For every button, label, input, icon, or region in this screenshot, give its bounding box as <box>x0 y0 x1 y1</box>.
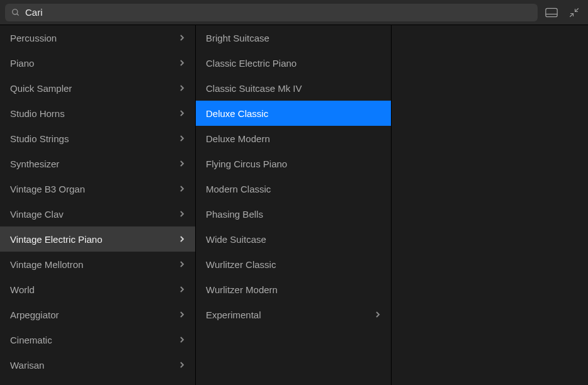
chevron-right-icon <box>179 35 185 41</box>
list-item-label: Phasing Bells <box>206 209 263 220</box>
panel-icon <box>545 8 558 18</box>
category-column-2: Bright SuitcaseClassic Electric PianoCla… <box>196 25 392 385</box>
list-item[interactable]: Classic Electric Piano <box>196 50 391 75</box>
list-item[interactable]: Quick Sampler <box>0 75 195 101</box>
list-item-label: Vintage B3 Organ <box>10 184 85 194</box>
svg-line-4 <box>570 13 573 16</box>
list-item[interactable]: Vintage Clav <box>0 201 195 226</box>
list-item-label: Classic Suitcase Mk IV <box>206 83 302 94</box>
chevron-right-icon <box>179 60 185 66</box>
chevron-right-icon <box>179 110 185 116</box>
list-item-label: Bright Suitcase <box>206 33 269 43</box>
category-column-3 <box>392 25 588 385</box>
list-item[interactable]: Classic Suitcase Mk IV <box>196 75 391 101</box>
list-item[interactable]: Warisan <box>0 352 195 377</box>
list-item[interactable]: Phasing Bells <box>196 201 391 226</box>
chevron-right-icon <box>179 135 185 142</box>
chevron-right-icon <box>179 337 185 343</box>
list-item-label: Experimental <box>206 310 261 320</box>
list-item-label: Vintage Electric Piano <box>10 234 102 245</box>
list-item-label: Flying Circus Piano <box>206 159 287 169</box>
search-icon <box>11 8 20 17</box>
chevron-right-icon <box>179 311 185 318</box>
search-input[interactable] <box>25 7 531 18</box>
svg-point-0 <box>13 9 18 14</box>
list-item[interactable]: Cinematic <box>0 327 195 352</box>
list-item[interactable]: Studio Horns <box>0 101 195 126</box>
list-item[interactable]: Percussion <box>0 25 195 50</box>
list-item-label: Deluxe Classic <box>206 108 268 119</box>
list-item[interactable]: Piano <box>0 50 195 75</box>
list-item[interactable]: Vintage B3 Organ <box>0 176 195 201</box>
list-item[interactable]: Wurlitzer Modern <box>196 277 391 302</box>
list-item[interactable]: Deluxe Modern <box>196 126 391 151</box>
list-item-label: Vintage Clav <box>10 209 64 220</box>
list-item[interactable]: Synthesizer <box>0 151 195 176</box>
list-item[interactable]: Experimental <box>196 302 391 327</box>
list-item[interactable]: Wurlitzer Classic <box>196 252 391 277</box>
chevron-right-icon <box>179 186 185 192</box>
category-column-1: PercussionPianoQuick SamplerStudio Horns… <box>0 25 196 385</box>
list-item-label: Piano <box>10 58 34 69</box>
list-item[interactable]: World <box>0 277 195 302</box>
chevron-right-icon <box>375 311 381 318</box>
list-item[interactable]: Flying Circus Piano <box>196 151 391 176</box>
list-item-label: Vintage Mellotron <box>10 259 83 270</box>
panel-toggle-button[interactable] <box>543 5 560 20</box>
list-item-label: Studio Strings <box>10 133 69 144</box>
chevron-right-icon <box>179 160 185 167</box>
svg-line-5 <box>575 8 579 11</box>
list-item[interactable]: Vintage Electric Piano <box>0 226 195 252</box>
chevron-right-icon <box>179 362 185 368</box>
list-item-label: Deluxe Modern <box>206 133 270 144</box>
collapse-icon <box>568 7 580 18</box>
list-item-label: Modern Classic <box>206 184 271 194</box>
chevron-right-icon <box>179 261 185 267</box>
list-item-label: Percussion <box>10 33 57 43</box>
chevron-right-icon <box>179 236 185 242</box>
list-item[interactable]: Arpeggiator <box>0 302 195 327</box>
search-container[interactable] <box>5 4 538 21</box>
list-item-label: World <box>10 284 35 295</box>
list-item-label: Wurlitzer Modern <box>206 284 278 295</box>
collapse-button[interactable] <box>565 5 583 20</box>
list-item[interactable]: Bright Suitcase <box>196 25 391 50</box>
chevron-right-icon <box>179 85 185 91</box>
chevron-right-icon <box>179 286 185 293</box>
list-item-label: Wide Suitcase <box>206 234 266 245</box>
list-item-label: Studio Horns <box>10 108 65 119</box>
list-item-label: Wurlitzer Classic <box>206 259 276 270</box>
svg-line-1 <box>17 13 19 15</box>
list-item-label: Quick Sampler <box>10 83 72 94</box>
list-item[interactable]: Deluxe Classic <box>196 101 391 126</box>
list-item-label: Cinematic <box>10 335 52 345</box>
header-bar <box>0 0 588 25</box>
list-item[interactable]: Wide Suitcase <box>196 226 391 252</box>
list-item[interactable]: Studio Strings <box>0 126 195 151</box>
list-item-label: Classic Electric Piano <box>206 58 297 69</box>
svg-rect-2 <box>546 8 557 16</box>
chevron-right-icon <box>179 211 185 217</box>
list-item-label: Warisan <box>10 360 44 371</box>
list-item-label: Arpeggiator <box>10 310 59 320</box>
browser-content: PercussionPianoQuick SamplerStudio Horns… <box>0 25 588 385</box>
list-item-label: Synthesizer <box>10 159 59 169</box>
list-item[interactable]: Modern Classic <box>196 176 391 201</box>
list-item[interactable]: Vintage Mellotron <box>0 252 195 277</box>
